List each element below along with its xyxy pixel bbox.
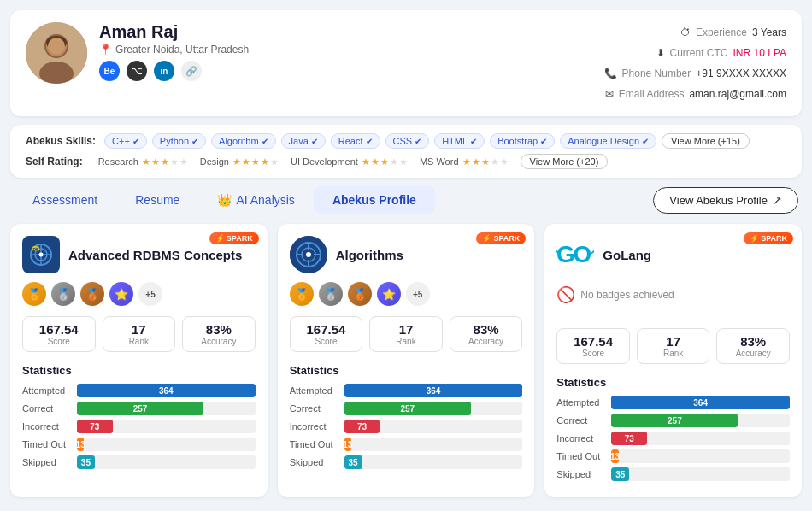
behance-icon[interactable]: Be <box>99 61 120 81</box>
accuracy-box: 83%Accuracy <box>450 316 523 352</box>
bar-fill: 35 <box>77 455 95 469</box>
bar-fill: 364 <box>344 384 523 397</box>
bar-track: 257 <box>611 414 790 427</box>
phone-value: +91 9XXXX XXXXX <box>696 63 786 84</box>
view-abekus-profile-button[interactable]: View Abekus Profile ↗ <box>653 187 798 214</box>
tab-resume[interactable]: Resume <box>116 186 198 214</box>
no-badge-text: No badges achieved <box>580 289 674 301</box>
tab-abekus-profile[interactable]: Abekus Profile <box>314 186 435 214</box>
badge-more: +5 <box>138 282 162 306</box>
badge-more: +5 <box>406 282 430 306</box>
bar-label: Correct <box>290 403 339 414</box>
bar-label: Timed Out <box>290 439 339 449</box>
rating-design: Design ★ ★ ★ ★ ★ <box>200 156 279 167</box>
experience-row: ⏱ Experience 3 Years <box>604 22 786 43</box>
stat-bar-correct: Correct 257 <box>22 402 256 415</box>
card-title: Algorithms <box>336 248 403 262</box>
design-stars: ★ ★ ★ ★ ★ <box>232 156 279 167</box>
svg-point-17 <box>306 252 311 257</box>
rank-box: 17Rank <box>103 316 176 352</box>
bar-fill: 73 <box>344 420 380 433</box>
stat-bar-timed-out: Timed Out 13 <box>22 438 256 451</box>
email-icon: ✉ <box>605 84 614 104</box>
bar-fill: 257 <box>344 402 471 415</box>
badge-silver: 🥈 <box>319 282 343 306</box>
self-rating-label: Self Rating: <box>26 156 83 167</box>
phone-icon: 📞 <box>604 63 617 84</box>
bar-track: 35 <box>77 455 256 469</box>
linkedin-icon[interactable]: in <box>154 61 174 81</box>
statistics-title: Statistics <box>556 376 790 389</box>
bar-fill: 13 <box>344 438 351 451</box>
stat-bar-timed-out: Timed Out 13 <box>290 438 523 451</box>
stat-bar-correct: Correct 257 <box>556 414 790 427</box>
accuracy-box: 83%Accuracy <box>182 316 256 352</box>
bar-track: 13 <box>77 438 256 451</box>
msword-stars: ★ ★ ★ ★ ★ <box>462 156 509 167</box>
tab-ai-analysis[interactable]: 👑 AI Analysis <box>198 186 313 214</box>
avatar-image <box>26 22 87 84</box>
bar-fill: 364 <box>77 384 256 397</box>
research-label: Research <box>98 156 138 167</box>
score-value: 167.54 <box>297 322 356 337</box>
card-title: Advanced RDBMS Concepts <box>68 248 242 262</box>
design-label: Design <box>200 156 229 167</box>
score-label: Score <box>30 337 88 346</box>
bar-label: Timed Out <box>556 451 606 461</box>
bar-fill: 364 <box>611 396 790 409</box>
bar-track: 257 <box>344 402 523 415</box>
stats-row: 167.54Score17Rank83%Accuracy <box>290 316 523 352</box>
rating-research: Research ★ ★ ★ ★ ★ <box>98 156 188 167</box>
bar-track: 257 <box>77 402 256 415</box>
badge-bronze: 🥉 <box>348 282 372 306</box>
accuracy-value: 83% <box>724 334 782 349</box>
spark-badge: SPARK <box>744 232 793 244</box>
rating-msword: MS Word ★ ★ ★ ★ ★ <box>420 156 509 167</box>
bar-label: Skipped <box>22 457 72 467</box>
skill-card-algorithms: SPARK Algorithms🏅🥈🥉⭐+5167.54Score17Rank8… <box>278 224 535 497</box>
stat-bar-skipped: Skipped 35 <box>290 455 523 469</box>
accuracy-label: Accuracy <box>190 337 248 346</box>
research-stars: ★ ★ ★ ★ ★ <box>142 156 188 167</box>
stat-bar-skipped: Skipped 35 <box>22 455 256 469</box>
skills-card: Abekus Skills: C++ ✔ Python ✔ Algorithm … <box>10 125 802 178</box>
external-link-icon: ↗ <box>773 194 782 207</box>
score-box: 167.54Score <box>290 316 363 352</box>
stat-bar-correct: Correct 257 <box>290 402 523 415</box>
skills-row: Abekus Skills: C++ ✔ Python ✔ Algorithm … <box>26 133 786 149</box>
score-label: Score <box>297 337 356 346</box>
skill-card-advanced-rdbms: SPARK DB Advanced RDBMS Concepts🏅🥈🥉⭐+516… <box>10 224 268 497</box>
skills-label: Abekus Skills: <box>26 135 96 147</box>
skill-cpp: C++ ✔ <box>104 133 147 149</box>
bar-fill: 13 <box>77 438 84 451</box>
ctc-value: INR 10 LPA <box>733 43 786 63</box>
svg-point-11 <box>39 253 44 257</box>
badge-star: ⭐ <box>377 282 401 306</box>
email-row: ✉ Email Address aman.raj@gmail.com <box>604 84 786 104</box>
avatar <box>26 22 87 84</box>
bar-track: 364 <box>77 384 256 397</box>
location-icon: 📍 <box>99 44 112 56</box>
profile-meta: ⏱ Experience 3 Years ⬇ Current CTC INR 1… <box>604 22 786 104</box>
bar-track: 364 <box>344 384 523 397</box>
tab-assessment[interactable]: Assessment <box>14 186 116 214</box>
statistics-title: Statistics <box>22 364 256 377</box>
score-value: 167.54 <box>564 334 622 349</box>
badge-bronze: 🥉 <box>80 282 104 306</box>
score-box: 167.54Score <box>22 316 96 352</box>
bar-fill: 73 <box>77 420 113 433</box>
crown-icon: 👑 <box>217 193 232 207</box>
rank-value: 17 <box>110 322 168 337</box>
link-icon[interactable]: 🔗 <box>181 61 202 81</box>
bar-track: 35 <box>344 455 523 469</box>
ctc-icon: ⬇ <box>656 43 665 63</box>
bar-fill: 257 <box>611 414 738 427</box>
skills-view-more[interactable]: View More (+15) <box>662 133 750 149</box>
rank-label: Rank <box>644 349 703 358</box>
svg-point-5 <box>48 38 65 55</box>
github-icon[interactable]: ⌥ <box>127 61 147 81</box>
bar-fill: 257 <box>77 402 203 415</box>
rating-view-more[interactable]: View More (+20) <box>521 154 609 169</box>
badges-row: 🚫 No badges achieved <box>556 282 790 318</box>
badge-gold: 🏅 <box>290 282 314 306</box>
